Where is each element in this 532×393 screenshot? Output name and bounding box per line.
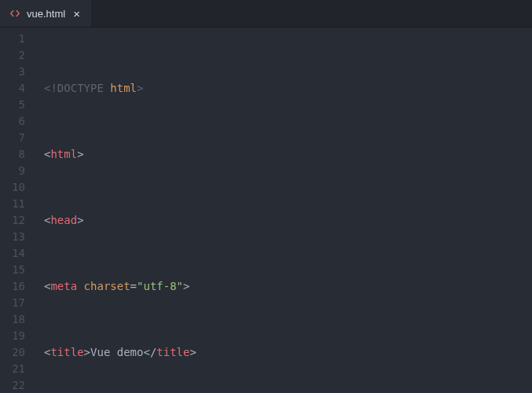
line-number: 18 bbox=[0, 311, 35, 328]
line-number: 4 bbox=[0, 80, 35, 97]
line-number: 2 bbox=[0, 47, 35, 64]
code-line: <title>Vue demo</title> bbox=[44, 344, 515, 361]
line-number: 8 bbox=[0, 146, 35, 163]
close-icon[interactable]: × bbox=[72, 8, 82, 20]
code-line: <meta charset="utf-8"> bbox=[44, 278, 515, 295]
line-number: 6 bbox=[0, 113, 35, 130]
line-number: 21 bbox=[0, 361, 35, 377]
line-number: 13 bbox=[0, 229, 35, 245]
code-file-icon bbox=[9, 8, 20, 19]
line-number: 17 bbox=[0, 295, 35, 311]
line-number: 7 bbox=[0, 130, 35, 146]
line-number-gutter: 12345678910111213141516171819202122 bbox=[0, 28, 35, 393]
line-number: 19 bbox=[0, 328, 35, 344]
line-number: 11 bbox=[0, 196, 35, 212]
tab-filename: vue.html bbox=[27, 6, 65, 22]
line-number: 22 bbox=[0, 377, 35, 393]
code-line: <!DOCTYPE html> bbox=[44, 80, 515, 97]
line-number: 5 bbox=[0, 97, 35, 113]
line-number: 1 bbox=[0, 31, 35, 47]
line-number: 14 bbox=[0, 245, 35, 262]
line-number: 9 bbox=[0, 163, 35, 179]
line-number: 16 bbox=[0, 278, 35, 295]
editor[interactable]: 12345678910111213141516171819202122 <!DO… bbox=[0, 28, 532, 393]
tab-vue-html[interactable]: vue.html × bbox=[0, 0, 91, 27]
line-number: 20 bbox=[0, 344, 35, 361]
line-number: 12 bbox=[0, 212, 35, 229]
code-line: <html> bbox=[44, 146, 515, 163]
code-area[interactable]: <!DOCTYPE html> <html> <head> <meta char… bbox=[35, 28, 515, 393]
line-number: 10 bbox=[0, 179, 35, 196]
code-line: <head> bbox=[44, 212, 515, 229]
tab-bar: vue.html × bbox=[0, 0, 532, 28]
line-number: 3 bbox=[0, 64, 35, 80]
line-number: 15 bbox=[0, 262, 35, 278]
